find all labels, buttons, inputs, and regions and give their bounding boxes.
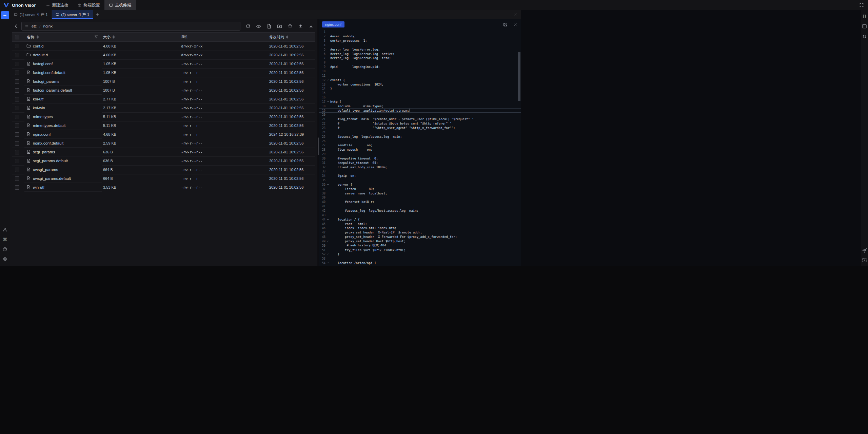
sort-icon[interactable] [286,35,288,39]
code-line-47[interactable]: 47 proxy_set_header X-Real-IP $remote_ad… [319,230,521,235]
row-checkbox[interactable] [15,97,19,101]
file-name[interactable]: scgi_params [33,150,55,154]
sort-icon[interactable] [37,35,39,39]
chevron-left-icon[interactable] [13,23,19,29]
code-line-26[interactable]: 26 [319,139,521,143]
file-name[interactable]: nginx.conf.default [33,141,63,145]
menu-item-host-terminal[interactable]: 主机终端 [104,0,136,10]
code-line-37[interactable]: 37 listen 80; [319,187,521,191]
code-line-28[interactable]: 28 #tcp_nopush on; [319,148,521,152]
settings-icon[interactable] [2,256,8,262]
editor-scrollbar[interactable] [518,52,520,101]
row-checkbox[interactable] [15,159,19,163]
plus-icon[interactable] [93,10,102,19]
plus-icon[interactable] [1,11,9,19]
code-line-19[interactable]: 19 default_type application/octet-stream… [319,108,521,113]
code-line-27[interactable]: 27 sendfile on; [319,143,521,148]
row-checkbox[interactable] [15,53,19,57]
code-line-25[interactable]: 25 #access_log logs/access.log main; [319,134,521,139]
code-line-53[interactable]: 53 [319,257,521,261]
code-line-51[interactable]: 51 try_files $uri $uri/ /index.html; [319,248,521,252]
code-line-17[interactable]: 17http { [319,100,521,104]
row-checkbox[interactable] [15,115,19,119]
file-row[interactable]: uwsgi_params.default664 B-rw-r--r--2020-… [12,174,315,183]
code-line-3[interactable]: 3worker_processes 1; [319,39,521,43]
menu-item-terminal-settings[interactable]: 终端设置 [73,0,104,10]
code-line-45[interactable]: 45 root html; [319,222,521,226]
code-line-8[interactable]: 8 [319,60,521,65]
select-all-checkbox[interactable] [15,35,19,39]
file-name[interactable]: fastcgi_params.default [33,88,72,92]
file-row[interactable]: nginx.conf.default2.59 KB-rw-r--r--2020-… [12,139,315,148]
code-line-38[interactable]: 38 server_name localhost; [319,191,521,195]
swap-vertical-icon[interactable] [862,34,867,39]
code-line-2[interactable]: 2#user nobody; [319,34,521,39]
code-line-36[interactable]: 36 server { [319,183,521,187]
theme-icon[interactable] [2,246,8,252]
code-line-14[interactable]: 14} [319,87,521,91]
filter-icon[interactable] [94,35,98,39]
row-checkbox[interactable] [15,185,19,190]
column-header-size[interactable]: 大小 [103,35,111,40]
code-line-15[interactable]: 15 [319,91,521,95]
code-line-32[interactable]: 32 client_max_body_size 1048m; [319,165,521,169]
braces-icon[interactable]: {} [862,13,867,19]
code-line-31[interactable]: 31 keepalive_timeout 65; [319,161,521,165]
new-file-icon[interactable] [266,23,272,29]
code-line-48[interactable]: 48 proxy_set_header X-Forwarded-For $pro… [319,235,521,239]
file-row[interactable]: mime.types.default5.11 KB-rw-r--r--2020-… [12,121,315,130]
code-line-1[interactable]: 1 [319,30,521,34]
file-name[interactable]: conf.d [33,44,43,48]
fullscreen-icon[interactable] [859,2,865,8]
command-icon[interactable]: ⌘ [2,237,8,242]
list-icon[interactable] [25,24,29,28]
fold-chevron-icon[interactable] [326,79,330,81]
file-row[interactable]: uwsgi_params664 B-rw-r--r--2020-11-01 10… [12,165,315,174]
screenshot-icon[interactable] [862,257,867,263]
file-row[interactable]: scgi_params.default636 B-rw-r--r--2020-1… [12,156,315,165]
code-line-6[interactable]: 6#error_log logs/error.log notice; [319,52,521,56]
send-icon[interactable] [862,248,867,253]
panel-layout-icon[interactable] [862,23,867,29]
file-row[interactable]: win-utf3.53 KB-rw-r--r--2020-11-01 10:02… [12,183,315,192]
code-line-12[interactable]: 12events { [319,78,521,82]
code-line-5[interactable]: 5#error_log logs/error.log; [319,47,521,52]
file-name[interactable]: mime.types.default [33,124,66,128]
file-row[interactable]: fastcgi.conf.default1.05 KB-rw-r--r--202… [12,68,315,77]
code-line-35[interactable]: 35 [319,178,521,183]
file-row[interactable]: mime.types5.11 KB-rw-r--r--2020-11-01 10… [12,112,315,121]
code-line-16[interactable]: 16 [319,95,521,100]
code-line-42[interactable]: 42 #access_log logs/host.access.log main… [319,209,521,213]
sort-icon[interactable] [113,35,115,39]
column-header-name[interactable]: 名称 [26,34,35,40]
file-name[interactable]: koi-win [33,106,45,110]
refresh-icon[interactable] [245,23,251,29]
file-name[interactable]: win-utf [33,185,44,189]
file-row[interactable]: koi-utf2.77 KB-rw-r--r--2020-11-01 10:02… [12,95,315,103]
breadcrumb-segment[interactable]: nginx [43,24,53,28]
file-name[interactable]: koi-utf [33,97,43,101]
file-row[interactable]: default.d4.00 KBdrwxr-xr-x2020-11-01 10:… [12,51,315,59]
breadcrumb[interactable]: etc / nginx [21,22,240,31]
code-line-50[interactable]: 50 # web history 模式 404 [319,243,521,248]
resize-grip[interactable] [318,137,319,155]
code-line-30[interactable]: 30 #keepalive_timeout 0; [319,156,521,161]
file-row[interactable]: fastcgi.conf1.05 KB-rw-r--r--2020-11-01 … [12,59,315,68]
code-line-33[interactable]: 33 [319,169,521,174]
code-line-39[interactable]: 39 [319,195,521,200]
editor-body[interactable]: 12#user nobody;3worker_processes 1;45#er… [319,30,521,266]
code-line-40[interactable]: 40 #charset koi8-r; [319,200,521,204]
file-row[interactable]: nginx.conf4.68 KB-rw-r--r--2024-12-10 16… [12,130,315,139]
fold-chevron-icon[interactable] [326,240,330,243]
code-line-29[interactable]: 29 [319,152,521,156]
file-name[interactable]: uwsgi_params [33,168,58,172]
open-file-badge[interactable]: nginx.conf [322,21,344,28]
code-line-52[interactable]: 52 } [319,252,521,257]
code-line-54[interactable]: 54 location /orion/api { [319,261,521,265]
row-checkbox[interactable] [15,79,19,84]
breadcrumb-segment[interactable]: etc [32,24,37,28]
fold-chevron-icon[interactable] [326,218,330,221]
row-checkbox[interactable] [15,132,19,137]
file-row[interactable]: scgi_params636 B-rw-r--r--2020-11-01 10:… [12,148,315,156]
code-line-41[interactable]: 41 [319,204,521,209]
